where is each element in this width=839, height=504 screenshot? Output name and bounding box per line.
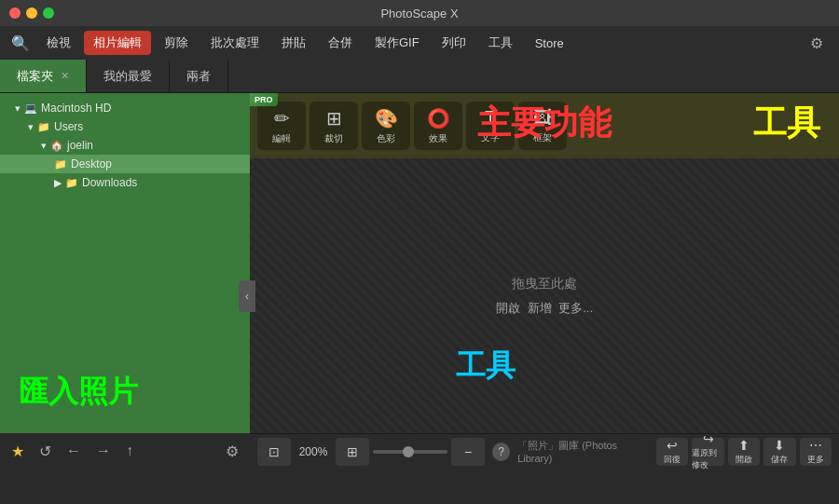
save-label: 儲存 [771,454,788,466]
minus-icon: − [464,444,472,459]
tab-both[interactable]: 兩者 [170,60,228,92]
zoom-area: ⊡ 200% ⊞ − [257,438,485,466]
right-bottom-bar: ⊡ 200% ⊞ − ? 「照片」圖庫 (Photos Library) ↩ [250,433,839,469]
minimize-button[interactable] [26,7,37,19]
tools-top-label: 工具 [753,101,820,146]
tab-close-icon[interactable]: ✕ [61,70,69,82]
tabs-row: 檔案夾 ✕ 我的最愛 兩者 [0,60,839,93]
more-button[interactable]: ⋯ 更多 [800,438,832,466]
plus-icon: ⊞ [347,444,358,459]
zoom-out-button[interactable]: − [451,438,485,466]
restore-label: 回復 [664,454,681,466]
star-icon[interactable]: ★ [7,439,28,464]
menu-item-store[interactable]: Store [526,33,573,54]
more-link[interactable]: 更多... [558,301,593,315]
edit-tool-button[interactable]: ✏ 編輯 [257,102,306,150]
tree-item-macintosh-hd[interactable]: ▾ 💻 Macintosh HD [0,99,250,117]
redo-button[interactable]: ↪ 還原到修改 [692,438,723,466]
right-panel: PRO 主要功能 工具 ✏ 編輯 ⊞ 裁切 🎨 色彩 ⭕ 效果 T [250,93,839,469]
effect-tool-button[interactable]: ⭕ 效果 [414,102,462,150]
search-icon[interactable]: 🔍 [7,30,34,56]
redo-icon: ↪ [703,431,714,446]
main-layout: ▾ 💻 Macintosh HD ▾ 📁 Users ▾ 🏠 joelin 📁 … [0,93,839,469]
hd-icon: ▾ [15,102,21,115]
crop-tool-icon: ⊞ [326,107,342,129]
help-icon: ? [498,445,504,458]
tools-area-top: PRO 主要功能 工具 ✏ 編輯 ⊞ 裁切 🎨 色彩 ⭕ 效果 T [250,93,839,158]
rotate-left-icon[interactable]: ↺ [35,439,55,464]
restore-button[interactable]: ↩ 回復 [656,438,688,466]
computer-icon: 💻 [24,102,37,115]
menu-item-combine[interactable]: 合併 [319,31,362,55]
tree-item-downloads[interactable]: ▶ 📁 Downloads [0,173,250,192]
menu-item-cut[interactable]: 剪除 [155,31,198,55]
traffic-lights [9,7,54,19]
pro-badge: PRO [250,93,278,106]
open-icon: ⬆ [738,438,750,453]
tree-item-joelin[interactable]: ▾ 🏠 joelin [0,136,250,155]
frame-tool-icon: 🖼 [533,107,552,129]
file-tree: ▾ 💻 Macintosh HD ▾ 📁 Users ▾ 🏠 joelin 📁 … [0,93,250,433]
tree-item-desktop[interactable]: 📁 Desktop [0,155,250,173]
zoom-fit-icon: ⊡ [268,444,280,459]
effect-tool-icon: ⭕ [427,107,450,129]
menu-item-print[interactable]: 列印 [433,31,475,55]
edit-tool-label: 編輯 [272,132,291,145]
effect-tool-label: 效果 [429,132,447,145]
arrow-left-icon[interactable]: ← [62,439,85,463]
color-tool-label: 色彩 [377,132,395,145]
zoom-slider[interactable] [373,450,447,454]
folder-icon-joelin: 🏠 [50,140,63,152]
frame-tool-button[interactable]: 🖼 框架 [518,102,567,150]
open-button[interactable]: ⬆ 開啟 [728,438,760,466]
text-tool-button[interactable]: T 文字 [466,102,515,150]
open-label: 開啟 [736,454,752,466]
frame-tool-label: 框架 [533,131,552,144]
settings-icon[interactable]: ⚙ [222,439,242,464]
zoom-slider-thumb[interactable] [403,446,414,457]
maximize-button[interactable] [43,7,54,19]
left-bottom-bar: ★ ↺ ← → ↑ ⚙ [0,433,250,469]
tab-folder[interactable]: 檔案夾 ✕ [0,60,87,92]
zoom-in-button[interactable]: ⊞ [336,438,369,466]
tree-item-users[interactable]: ▾ 📁 Users [0,117,250,136]
expand-icon-joelin: ▾ [41,140,47,152]
save-icon: ⬇ [774,438,785,453]
menu-item-tools[interactable]: 工具 [479,31,522,55]
zoom-level: 200% [295,445,332,458]
text-tool-label: 文字 [481,131,500,144]
gear-icon[interactable]: ⚙ [804,30,830,56]
menu-item-batch[interactable]: 批次處理 [201,31,268,55]
arrow-right-icon[interactable]: → [92,439,115,463]
left-panel: ▾ 💻 Macintosh HD ▾ 📁 Users ▾ 🏠 joelin 📁 … [0,93,250,469]
arrow-up-icon[interactable]: ↑ [122,439,137,463]
collapse-panel-button[interactable]: ‹ [239,280,255,312]
expand-icon: ▾ [28,121,34,133]
folder-icon-users: 📁 [37,121,50,133]
edit-tool-icon: ✏ [274,107,290,129]
folder-icon-downloads: 📁 [65,177,78,189]
tools-bottom-label: 工具 [456,346,516,387]
help-button[interactable]: ? [492,443,510,461]
window-title: PhotoScape X [380,7,458,20]
save-button[interactable]: ⬇ 儲存 [763,438,795,466]
drop-text: 拖曳至此處 [512,276,577,293]
color-tool-button[interactable]: 🎨 色彩 [362,102,410,150]
crop-tool-button[interactable]: ⊞ 裁切 [309,102,358,150]
folder-icon-desktop: 📁 [54,158,67,170]
menu-item-collage[interactable]: 拼貼 [272,31,315,55]
color-tool-icon: 🎨 [375,107,398,129]
menu-item-gif[interactable]: 製作GIF [365,31,429,55]
menu-item-photo-edit[interactable]: 相片編輯 [84,31,151,55]
content-area: ‹ 拖曳至此處 開啟 新增 更多... 工具 [250,158,839,433]
tab-favorites[interactable]: 我的最愛 [87,60,170,92]
menu-bar: 🔍 檢視 相片編輯 剪除 批次處理 拼貼 合併 製作GIF 列印 工具 Stor… [0,26,839,60]
zoom-fit-button[interactable]: ⊡ [257,438,291,466]
menu-item-view[interactable]: 檢視 [37,31,80,55]
redo-label: 還原到修改 [692,447,723,471]
photos-library-text: 「照片」圖庫 (Photos Library) [517,439,649,464]
add-link[interactable]: 新增 [528,301,552,315]
close-button[interactable] [9,7,21,19]
crop-tool-label: 裁切 [324,132,343,145]
open-link[interactable]: 開啟 [496,301,520,315]
